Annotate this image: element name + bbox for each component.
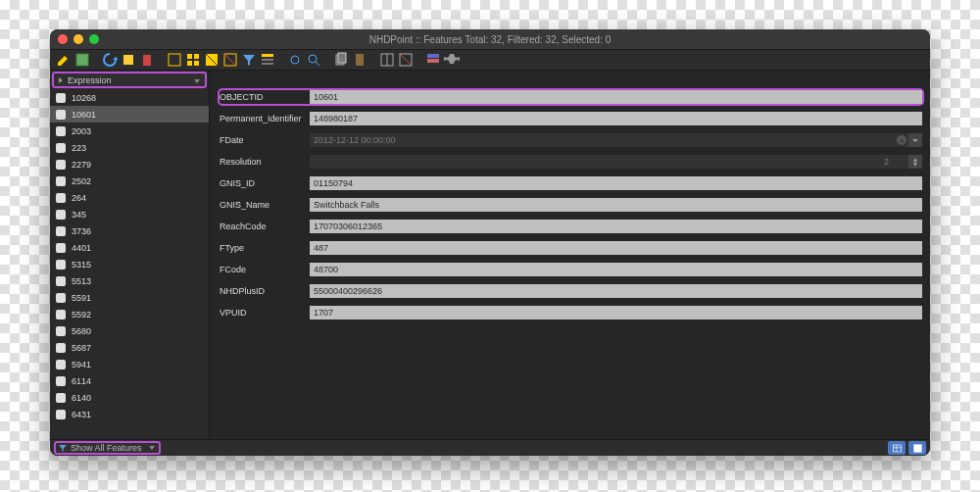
row-checkbox[interactable] bbox=[56, 193, 66, 203]
pan-to-selected-icon[interactable] bbox=[287, 52, 303, 68]
form-view-button[interactable] bbox=[908, 441, 926, 455]
invert-selection-icon[interactable] bbox=[204, 52, 220, 68]
feature-row[interactable]: 6140 bbox=[50, 389, 209, 406]
svg-line-9 bbox=[224, 54, 236, 66]
deselect-all-icon[interactable] bbox=[222, 52, 238, 68]
minimize-window-button[interactable] bbox=[74, 34, 83, 44]
row-checkbox[interactable] bbox=[56, 110, 66, 120]
value-permanent-identifier[interactable]: 148980187 bbox=[310, 112, 922, 125]
svg-rect-6 bbox=[187, 61, 192, 66]
feature-row[interactable]: 264 bbox=[50, 189, 209, 206]
save-edits-icon[interactable] bbox=[74, 52, 90, 68]
attribute-table-window: NHDPoint :: Features Total: 32, Filtered… bbox=[50, 29, 930, 456]
feature-row[interactable]: 5591 bbox=[50, 289, 209, 306]
row-checkbox[interactable] bbox=[56, 326, 66, 336]
value-resolution[interactable]: 2 bbox=[310, 155, 908, 169]
feature-row[interactable]: 5592 bbox=[50, 306, 209, 322]
value-vpuid[interactable]: 1707 bbox=[310, 306, 922, 320]
feature-row[interactable]: 5513 bbox=[50, 272, 209, 289]
paste-rows-icon[interactable] bbox=[352, 52, 368, 68]
svg-point-14 bbox=[309, 55, 317, 63]
svg-rect-18 bbox=[356, 54, 364, 66]
feature-row[interactable]: 10601 bbox=[50, 106, 209, 123]
row-checkbox[interactable] bbox=[56, 343, 66, 353]
feature-row[interactable]: 2502 bbox=[50, 172, 209, 189]
zoom-to-selected-icon[interactable] bbox=[306, 52, 321, 68]
row-checkbox[interactable] bbox=[56, 393, 66, 403]
toggle-edit-icon[interactable] bbox=[56, 52, 72, 68]
conditional-formatting-icon[interactable] bbox=[425, 52, 441, 68]
row-id: 5513 bbox=[72, 276, 91, 286]
resolution-spinner[interactable]: ▲▼ bbox=[908, 155, 922, 169]
select-all-icon[interactable] bbox=[185, 52, 201, 68]
row-id: 6140 bbox=[72, 393, 91, 403]
row-checkbox[interactable] bbox=[56, 376, 66, 386]
actions-icon[interactable] bbox=[444, 52, 460, 68]
feature-row[interactable]: 4401 bbox=[50, 239, 209, 256]
feature-list[interactable]: 1026810601200322322792502264345373644015… bbox=[50, 89, 209, 439]
field-gnis-name: GNIS_Name Switchback Falls bbox=[220, 198, 922, 212]
feature-row[interactable]: 345 bbox=[50, 206, 209, 222]
label-gnis-id: GNIS_ID bbox=[220, 178, 310, 188]
value-gnis-id[interactable]: 01150794 bbox=[310, 176, 922, 190]
row-id: 2003 bbox=[72, 126, 91, 136]
table-view-button[interactable] bbox=[888, 441, 906, 455]
filter-selection-icon[interactable] bbox=[241, 52, 257, 68]
field-permanent-identifier: Permanent_Identifier 148980187 bbox=[220, 112, 922, 125]
add-feature-icon[interactable] bbox=[121, 52, 136, 68]
date-dropdown-icon[interactable] bbox=[908, 133, 922, 147]
row-checkbox[interactable] bbox=[56, 126, 66, 136]
copy-rows-icon[interactable] bbox=[333, 52, 349, 68]
reload-icon[interactable] bbox=[102, 52, 118, 68]
value-objectid[interactable]: 10601 bbox=[310, 90, 922, 104]
svg-rect-7 bbox=[194, 61, 199, 66]
feature-row[interactable]: 5941 bbox=[50, 356, 209, 372]
row-checkbox[interactable] bbox=[56, 410, 66, 419]
row-id: 6114 bbox=[72, 376, 91, 386]
feature-row[interactable]: 2003 bbox=[50, 123, 209, 139]
row-checkbox[interactable] bbox=[56, 210, 66, 220]
new-field-icon[interactable] bbox=[379, 52, 395, 68]
feature-row[interactable]: 10268 bbox=[50, 89, 209, 106]
zoom-window-button[interactable] bbox=[89, 34, 99, 44]
row-checkbox[interactable] bbox=[56, 176, 66, 186]
feature-row[interactable]: 5687 bbox=[50, 339, 209, 356]
svg-rect-24 bbox=[427, 59, 439, 63]
row-checkbox[interactable] bbox=[56, 226, 66, 236]
svg-rect-17 bbox=[338, 53, 346, 63]
feature-row[interactable]: 2279 bbox=[50, 156, 209, 172]
value-gnis-name[interactable]: Switchback Falls bbox=[310, 198, 922, 212]
feature-row[interactable]: 223 bbox=[50, 139, 209, 156]
row-id: 5680 bbox=[72, 326, 91, 336]
field-nhdplusid: NHDPlusID 55000400296626 bbox=[220, 284, 922, 298]
row-checkbox[interactable] bbox=[56, 293, 66, 303]
row-checkbox[interactable] bbox=[56, 276, 66, 286]
delete-field-icon[interactable] bbox=[398, 52, 414, 68]
feature-row[interactable]: 6114 bbox=[50, 372, 209, 389]
feature-row[interactable]: 6431 bbox=[50, 406, 209, 422]
svg-rect-4 bbox=[187, 54, 192, 59]
value-fdate[interactable]: 2012-12-12 00:00:00 × bbox=[310, 133, 922, 147]
value-nhdplusid[interactable]: 55000400296626 bbox=[310, 284, 922, 298]
clear-date-icon[interactable]: × bbox=[897, 135, 906, 145]
row-checkbox[interactable] bbox=[56, 243, 66, 253]
feature-row[interactable]: 5680 bbox=[50, 322, 209, 339]
delete-feature-icon[interactable] bbox=[139, 52, 155, 68]
move-selection-to-top-icon[interactable] bbox=[260, 52, 275, 68]
value-fcode[interactable]: 48700 bbox=[310, 263, 922, 276]
row-checkbox[interactable] bbox=[56, 360, 66, 369]
row-checkbox[interactable] bbox=[56, 160, 66, 170]
feature-row[interactable]: 3736 bbox=[50, 222, 209, 239]
row-checkbox[interactable] bbox=[56, 310, 66, 320]
value-ftype[interactable]: 487 bbox=[310, 241, 922, 255]
feature-row[interactable]: 5315 bbox=[50, 256, 209, 272]
value-reachcode[interactable]: 17070306012365 bbox=[310, 220, 922, 233]
show-all-features-dropdown[interactable]: Show All Features bbox=[54, 441, 161, 455]
expression-dropdown[interactable]: Expression bbox=[52, 72, 207, 88]
close-window-button[interactable] bbox=[58, 34, 68, 44]
row-id: 5941 bbox=[72, 360, 91, 369]
row-checkbox[interactable] bbox=[56, 143, 66, 153]
select-by-expression-icon[interactable] bbox=[167, 52, 182, 68]
row-checkbox[interactable] bbox=[56, 260, 66, 270]
row-checkbox[interactable] bbox=[56, 93, 66, 103]
